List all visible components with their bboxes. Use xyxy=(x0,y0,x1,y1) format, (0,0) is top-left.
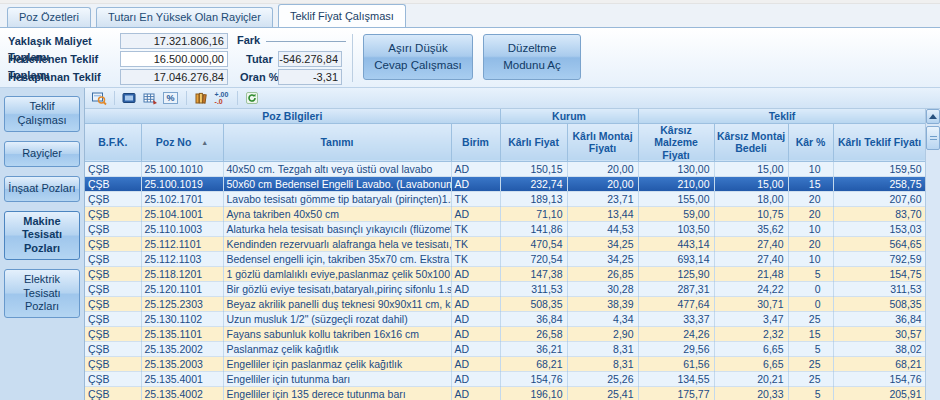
table-row[interactable]: ÇŞB25.110.1003Alaturka hela tesisatı bas… xyxy=(85,222,926,237)
table-cell: 20 xyxy=(788,192,833,207)
table-cell: 10,75 xyxy=(714,207,788,222)
toolbar-separator xyxy=(114,91,115,105)
table-cell: 25.104.1001 xyxy=(141,207,223,222)
table-cell: 83,70 xyxy=(833,207,926,222)
column-header-karli-montaj-fiyati[interactable]: Kârlı Montaj Fiyatı xyxy=(567,123,638,162)
table-row[interactable]: ÇŞB25.118.12011 gözlü damlalıklı eviye,p… xyxy=(85,267,926,282)
table-row[interactable]: ÇŞB25.102.1701Lavabo tesisatı gömme tip … xyxy=(85,192,926,207)
table-cell: 20,00 xyxy=(567,177,638,192)
sidebar-item-elektrik-tesisati-pozlari[interactable]: Elektrik Tesisatı Pozları xyxy=(4,269,80,318)
percent-icon[interactable]: % xyxy=(161,89,180,107)
table-cell: 40x50 cm. Tezgah altı veya üstü oval lav… xyxy=(223,162,451,177)
table-row[interactable]: ÇŞB25.112.1103Bedensel engelli için, tak… xyxy=(85,252,926,267)
table-cell: AD xyxy=(451,297,500,312)
sort-ascending-icon: ▲ xyxy=(201,139,208,146)
hesaplanan-teklif-field[interactable] xyxy=(120,69,228,85)
table-cell: 29,56 xyxy=(638,342,714,357)
oran-field[interactable] xyxy=(278,69,342,85)
table-cell: TK xyxy=(451,222,500,237)
sidebar-item-rayicler[interactable]: Rayiçler xyxy=(4,141,80,167)
tab-tutari-en-yuksek-olan-rayicler[interactable]: Tutarı En Yüksek Olan Rayiçler xyxy=(96,7,273,27)
tab-teklif-fiyat-calismasi[interactable]: Teklif Fiyat Çalışması xyxy=(278,4,406,27)
table-row[interactable]: ÇŞB25.135.2002Paslanmaz çelik kağıtlıkAD… xyxy=(85,342,926,357)
table-row[interactable]: ÇŞB25.125.2303Beyaz akrilik panelli duş … xyxy=(85,297,926,312)
table-cell: 30,28 xyxy=(567,282,638,297)
table-cell: 4,34 xyxy=(567,312,638,327)
table-cell: 25.110.1003 xyxy=(141,222,223,237)
table-cell: ÇŞB xyxy=(85,387,141,400)
table-row[interactable]: ÇŞB25.135.4002Engelliler için 135 derece… xyxy=(85,387,926,400)
library-icon[interactable] xyxy=(191,89,210,107)
table-cell: 25.135.1101 xyxy=(141,327,223,342)
screen-icon[interactable] xyxy=(119,89,138,107)
duzeltme-modunu-ac-button[interactable]: Düzeltme Modunu Aç xyxy=(483,34,581,80)
table-row[interactable]: ÇŞB25.135.2003Engelliler için paslanmaz … xyxy=(85,357,926,372)
table-cell: 10 xyxy=(788,222,833,237)
sidebar-item-makine-tesisati-pozlari[interactable]: Makine Tesisatı Pozları xyxy=(4,211,80,260)
yaklasik-maliyet-field[interactable] xyxy=(120,33,228,49)
table-row[interactable]: ÇŞB25.104.1001Ayna takriben 40x50 cmAD71… xyxy=(85,207,926,222)
data-grid: Poz Bilgileri Kurum Teklif B.F.K. Poz No… xyxy=(85,109,927,400)
table-cell: 175,77 xyxy=(638,387,714,400)
column-header-karsiz-montaj-bedeli[interactable]: Kârsız Montaj Bedeli xyxy=(714,123,788,162)
table-cell: 470,54 xyxy=(500,237,567,252)
table-cell: 25.125.2303 xyxy=(141,297,223,312)
decimal-places-icon[interactable]: +.00-.0 xyxy=(212,89,231,107)
scrollbar-thumb[interactable] xyxy=(926,126,940,150)
table-row[interactable]: ÇŞB25.112.1101Kendinden rezervuarlı alaf… xyxy=(85,237,926,252)
toolbar-separator xyxy=(237,91,238,105)
table-cell: 34,25 xyxy=(567,237,638,252)
table-row[interactable]: ÇŞB25.120.1101Bir gözlü eviye tesisatı,b… xyxy=(85,282,926,297)
table-cell: 25.135.4002 xyxy=(141,387,223,400)
table-cell: TK xyxy=(451,192,500,207)
table-cell: 20,21 xyxy=(714,372,788,387)
tab-bar: Poz Özetleri Tutarı En Yüksek Olan Rayiç… xyxy=(0,4,940,27)
hedeflenen-teklif-field[interactable] xyxy=(120,51,228,67)
column-header-poz-no[interactable]: Poz No▲ xyxy=(141,123,223,162)
table-row[interactable]: ÇŞB25.135.4001Engelliler için tutunma ba… xyxy=(85,372,926,387)
asiri-dusuk-cevap-button[interactable]: Aşırı Düşük Cevap Çalışması xyxy=(363,34,473,80)
column-header-kar-yuzde[interactable]: Kâr % xyxy=(788,123,833,162)
table-row[interactable]: ÇŞB25.100.101950x60 cm Bedensel Engelli … xyxy=(85,177,926,192)
column-header-bfk[interactable]: B.F.K. xyxy=(85,123,141,162)
print-preview-icon[interactable] xyxy=(89,89,108,107)
tab-poz-ozetleri[interactable]: Poz Özetleri xyxy=(7,7,91,27)
table-cell: 25.130.1102 xyxy=(141,312,223,327)
table-cell: 25.118.1201 xyxy=(141,267,223,282)
column-header-karsiz-malzeme-fiyati[interactable]: Kârsız Malzeme Fiyatı xyxy=(638,123,714,162)
table-cell: Engelliler için tutunma barı xyxy=(223,372,451,387)
sidebar-item-insaat-pozlari[interactable]: İnşaat Pozları xyxy=(4,176,80,202)
table-cell: 508,35 xyxy=(500,297,567,312)
vertical-scrollbar[interactable] xyxy=(925,109,940,400)
table-cell: Fayans sabunluk kollu takriben 16x16 cm xyxy=(223,327,451,342)
table-row[interactable]: ÇŞB25.135.1101Fayans sabunluk kollu takr… xyxy=(85,327,926,342)
column-header-birim[interactable]: Birim xyxy=(451,123,500,162)
sidebar-item-teklif-calismasi[interactable]: Teklif Çalışması xyxy=(4,96,80,132)
table-cell: 25.100.1010 xyxy=(141,162,223,177)
scroll-up-button[interactable] xyxy=(926,109,940,124)
column-header-tanimi[interactable]: Tanımı xyxy=(223,123,451,162)
table-row[interactable]: ÇŞB25.130.1102Uzun musluk 1/2" (süzgeçli… xyxy=(85,312,926,327)
table-cell: 59,00 xyxy=(638,207,714,222)
refresh-icon[interactable] xyxy=(242,89,261,107)
table-cell: TK xyxy=(451,237,500,252)
column-header-karli-teklif-fiyati[interactable]: Kârlı Teklif Fiyatı xyxy=(833,123,926,162)
table-cell: 30,57 xyxy=(833,327,926,342)
table-cell: 693,14 xyxy=(638,252,714,267)
table-cell: 3,47 xyxy=(714,312,788,327)
table-cell: 792,59 xyxy=(833,252,926,267)
table-cell: AD xyxy=(451,177,500,192)
column-header-karli-fiyat[interactable]: Kârlı Fiyat xyxy=(500,123,567,162)
table-cell: 130,00 xyxy=(638,162,714,177)
table-cell: 311,53 xyxy=(500,282,567,297)
table-cell: 15,00 xyxy=(714,162,788,177)
table-row[interactable]: ÇŞB25.100.101040x50 cm. Tezgah altı veya… xyxy=(85,162,926,177)
table-cell: 13,44 xyxy=(567,207,638,222)
table-cell: 25.135.2002 xyxy=(141,342,223,357)
export-grid-icon[interactable] xyxy=(140,89,159,107)
grid-body: ÇŞB25.100.101040x50 cm. Tezgah altı veya… xyxy=(85,162,926,400)
up-arrow-icon xyxy=(929,114,937,119)
tutar-field[interactable] xyxy=(278,51,342,67)
table-cell: Bedensel engelli için, takriben 35x70 cm… xyxy=(223,252,451,267)
table-cell: 720,54 xyxy=(500,252,567,267)
